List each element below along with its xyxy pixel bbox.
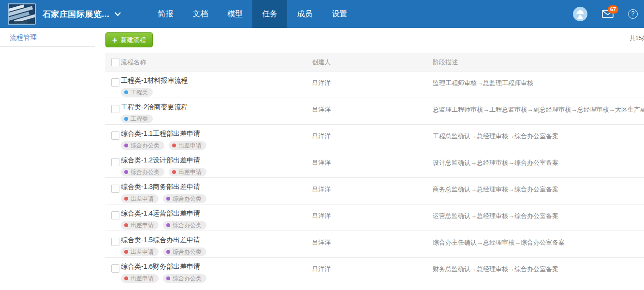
- checkbox-cell: [105, 98, 121, 124]
- creator-cell: 吕洋洋: [312, 98, 433, 124]
- tag-color-dot: [166, 250, 170, 254]
- table-row[interactable]: 工程类-2洽商变更流程 工程类 吕洋洋 总监理工程师审核→工程总监审核→副总经理…: [105, 98, 644, 125]
- checkbox-cell: [105, 204, 121, 231]
- row-checkbox[interactable]: [111, 105, 119, 113]
- row-checkbox[interactable]: [111, 185, 119, 193]
- table-row[interactable]: 综合类-1.6财务部出差申请 出差申请综合办公类 吕洋洋 财务总监确认→总经理审…: [105, 258, 644, 284]
- question-mark-icon: ?: [631, 10, 635, 17]
- stage-cell: 运营总监确认→总经理审核→综合办公室备案: [433, 204, 644, 231]
- creator-cell: 吕洋洋: [312, 72, 433, 98]
- creator-cell: 吕洋洋: [312, 258, 433, 284]
- tag-label: 综合办公类: [173, 248, 202, 256]
- checkbox-cell: [105, 125, 121, 151]
- col-header-stage: 阶段描述: [433, 58, 644, 67]
- process-name[interactable]: 综合类-1.3商务部出差申请: [121, 183, 312, 191]
- process-name[interactable]: 综合类-1.6财务部出差申请: [121, 262, 312, 271]
- tag-label: 工程类: [131, 88, 148, 97]
- table-row[interactable]: 综合类-1.4运营部出差申请 出差申请综合办公类 吕洋洋 运营总监确认→总经理审…: [105, 204, 644, 231]
- worker-avatar-icon: [573, 7, 587, 21]
- tag-label: 出差申请: [178, 142, 202, 150]
- category-tag: 出差申请: [121, 194, 159, 203]
- row-checkbox[interactable]: [111, 264, 119, 273]
- help-button[interactable]: ?: [628, 9, 638, 19]
- tag-color-dot: [124, 170, 128, 174]
- project-switcher[interactable]: 石家庄国际展览...: [43, 9, 121, 20]
- row-checkbox[interactable]: [111, 211, 119, 219]
- category-tag: 综合办公类: [163, 221, 206, 230]
- name-cell: 综合类-1.4运营部出差申请 出差申请综合办公类: [121, 204, 312, 231]
- table-body: 工程类-1材料报审流程 工程类 吕洋洋 监理工程师审核→总监理工程师审核 工程类…: [105, 72, 644, 284]
- tag-color-dot: [124, 144, 128, 147]
- tag-label: 出差申请: [131, 248, 154, 256]
- toolbar: + 新建流程 共15条: [96, 28, 644, 53]
- process-name[interactable]: 综合类-1.1工程部出差申请: [121, 130, 312, 138]
- main-nav: 简报文档模型任务成员设置: [148, 0, 357, 28]
- category-tag: 出差申请: [121, 247, 159, 256]
- tag-list: 综合办公类出差申请: [121, 141, 312, 150]
- project-logo[interactable]: [8, 3, 36, 25]
- tag-color-dot: [124, 197, 128, 201]
- user-avatar[interactable]: [573, 7, 587, 21]
- tag-color-dot: [166, 197, 170, 201]
- row-checkbox[interactable]: [111, 238, 119, 246]
- category-tag: 出差申请: [169, 168, 206, 176]
- table-row[interactable]: 工程类-1材料报审流程 工程类 吕洋洋 监理工程师审核→总监理工程师审核: [105, 72, 644, 98]
- category-tag: 出差申请: [169, 141, 206, 150]
- row-checkbox[interactable]: [111, 78, 119, 87]
- name-cell: 综合类-1.5综合办出差申请 出差申请综合办公类: [121, 231, 312, 257]
- tag-label: 综合办公类: [173, 195, 202, 203]
- category-tag: 综合办公类: [163, 247, 206, 256]
- messages-button[interactable]: 67: [602, 10, 614, 18]
- tag-list: 出差申请综合办公类: [121, 194, 312, 203]
- stage-cell: 监理工程师审核→总监理工程师审核: [433, 72, 644, 98]
- nav-tab-settings[interactable]: 设置: [322, 0, 357, 28]
- tag-color-dot: [124, 250, 128, 254]
- col-header-creator: 创建人: [312, 58, 433, 67]
- select-all-checkbox[interactable]: [111, 58, 119, 66]
- tag-color-dot: [166, 223, 170, 227]
- stage-cell: 工程总监确认→总经理审核→综合办公室备案: [433, 125, 644, 151]
- name-cell: 工程类-2洽商变更流程 工程类: [121, 98, 312, 124]
- tag-color-dot: [124, 90, 128, 94]
- row-checkbox[interactable]: [111, 158, 119, 166]
- tag-label: 综合办公类: [131, 142, 160, 150]
- sidebar-item-process-management[interactable]: 流程管理: [0, 28, 95, 47]
- process-name[interactable]: 工程类-2洽商变更流程: [121, 103, 312, 112]
- tag-color-dot: [166, 276, 170, 280]
- name-cell: 工程类-1材料报审流程 工程类: [121, 72, 312, 98]
- tag-color-dot: [124, 276, 128, 280]
- process-name[interactable]: 综合类-1.2设计部出差申请: [121, 156, 312, 165]
- table-row[interactable]: 综合类-1.1工程部出差申请 综合办公类出差申请 吕洋洋 工程总监确认→总经理审…: [105, 125, 644, 151]
- process-name[interactable]: 综合类-1.4运营部出差申请: [121, 209, 312, 218]
- table-header-row: 流程名称 创建人 阶段描述: [105, 53, 644, 72]
- nav-tab-tasks[interactable]: 任务: [252, 0, 287, 28]
- tag-label: 出差申请: [131, 195, 154, 203]
- creator-cell: 吕洋洋: [312, 178, 433, 204]
- process-name[interactable]: 综合类-1.5综合办出差申请: [121, 236, 312, 245]
- nav-tab-models[interactable]: 模型: [218, 0, 252, 28]
- stage-cell: 财务总监确认→总经理审核→综合办公室备案: [433, 258, 644, 284]
- table-row[interactable]: 综合类-1.5综合办出差申请 出差申请综合办公类 吕洋洋 综合办主任确认→总经理…: [105, 231, 644, 258]
- checkbox-cell: [105, 178, 121, 204]
- top-header: 石家庄国际展览... 简报文档模型任务成员设置 67 ?: [0, 0, 644, 28]
- creator-cell: 吕洋洋: [312, 151, 433, 177]
- category-tag: 综合办公类: [121, 168, 164, 176]
- category-tag: 出差申请: [121, 221, 159, 230]
- row-checkbox[interactable]: [111, 131, 119, 140]
- table-row[interactable]: 综合类-1.2设计部出差申请 综合办公类出差申请 吕洋洋 设计总监确认→总经理审…: [105, 151, 644, 178]
- category-tag: 综合办公类: [121, 141, 164, 150]
- nav-tab-documents[interactable]: 文档: [183, 0, 218, 28]
- checkbox-cell: [105, 258, 121, 284]
- nav-tab-briefing[interactable]: 简报: [148, 0, 183, 28]
- select-all-cell: [105, 58, 121, 66]
- stage-cell: 综合办主任确认→总经理审核→综合办公室备案: [433, 231, 644, 257]
- stage-cell: 总监理工程师审核→工程总监审核→副总经理审核→总经理审核→大区生产副总...: [433, 98, 644, 124]
- process-name[interactable]: 工程类-1材料报审流程: [121, 76, 312, 85]
- tag-label: 综合办公类: [173, 275, 202, 283]
- table-row[interactable]: 综合类-1.3商务部出差申请 出差申请综合办公类 吕洋洋 商务总监确认→总经理审…: [105, 178, 644, 204]
- nav-tab-members[interactable]: 成员: [287, 0, 322, 28]
- tag-color-dot: [172, 144, 176, 147]
- new-process-button[interactable]: + 新建流程: [105, 32, 153, 47]
- total-count: 共15条: [629, 34, 644, 43]
- sidebar: 流程管理: [0, 28, 95, 290]
